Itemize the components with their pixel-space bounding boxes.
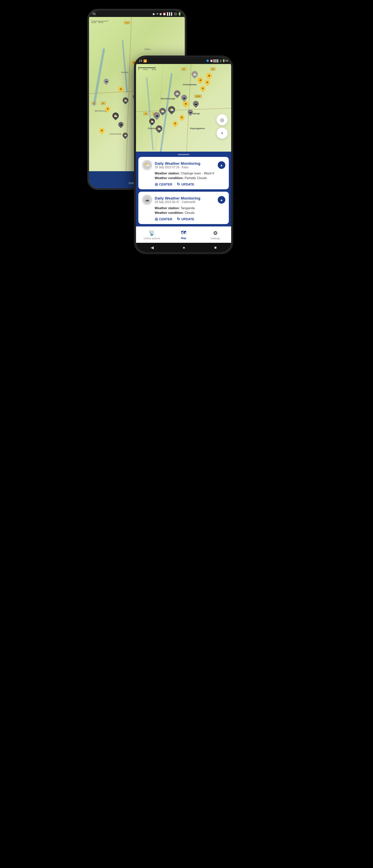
map-bg-front: 025 km50 km A9 A9 A9 N260 A9 [136, 64, 231, 152]
road-badge-a15-back: A15 [124, 21, 130, 24]
map-label-chec-back: Checheche [109, 133, 121, 135]
scale-bar-back: || 25 km50 km [91, 19, 108, 23]
card-1-condition-field: Weather condition: Partially Clouds [155, 176, 225, 180]
pin-g9-front: ☁ [192, 100, 200, 108]
pin-gray-3-back: ⛅ [111, 111, 120, 120]
weather-card-1: ⛅ Daily Weather Monitoring 29 Sep 2023 0… [138, 157, 229, 189]
alarm-icon: ⏰ [210, 59, 213, 62]
card-1-title: Daily Weather Monitoring [155, 161, 215, 166]
map-label-chimaniman: Chimaniman [183, 83, 197, 86]
card-2-station-field: Weather station: Tanganda [155, 206, 225, 210]
bottom-panel: ⛅ Daily Weather Monitoring 29 Sep 2023 0… [136, 152, 231, 226]
map-nav-icon: 🗺 [181, 230, 186, 236]
scale-bar-front: 025 km50 km [138, 67, 157, 70]
map-label-birchenough-front: Birchenough [161, 97, 175, 100]
pin-yellow-4-back: ☀ [98, 127, 105, 134]
card-2-condition-value: Clouds [184, 211, 194, 214]
time-front: 14 [139, 59, 142, 63]
status-bar-back: 51 ▶ ✦ ◉ ⏰ ▌▌▌ ))) 🔋 [89, 10, 185, 17]
center-label-1: CENTER [159, 183, 172, 186]
card-2-icon: ☁ [142, 194, 152, 205]
home-button[interactable]: ● [183, 245, 185, 250]
bottom-nav: 📡 Online actions 🗺 Map ⚙ Settings [136, 226, 231, 243]
android-nav: ◀ ● ■ [136, 243, 231, 252]
pin-y4-front: ☀ [199, 85, 206, 92]
back-button[interactable]: ◀ [150, 245, 154, 250]
pin-g2-front: ⛅ [172, 89, 181, 98]
map-area-front[interactable]: 025 km50 km A9 A9 A9 N260 A9 [136, 64, 231, 152]
status-bar-front: 14 📶 🔷 ⏰ ▌▌▌ )) 🔋56 [136, 58, 231, 64]
road-v-front [186, 64, 192, 152]
card-1-upload-icon[interactable]: ▲ [218, 161, 225, 169]
card-2-station-label: Weather station: [155, 206, 180, 210]
online-actions-nav-icon: 📡 [148, 230, 155, 236]
card-2-station-value: Tanganda [181, 206, 195, 210]
card-2-center-button[interactable]: ◎ CENTER [155, 217, 172, 221]
card-1-station-value: Chipinge town - Ward 6 [181, 172, 214, 175]
pin-y2-front: ☀ [203, 79, 211, 86]
recent-apps-button[interactable]: ■ [214, 245, 216, 250]
card-1-actions: ◎ CENTER ↻ UPDATE [155, 182, 225, 186]
zoom-in-button[interactable]: + [216, 128, 228, 139]
cards-container: ⛅ Daily Weather Monitoring 29 Sep 2023 0… [136, 157, 231, 226]
wifi-icon: 📶 [143, 59, 147, 63]
pin-gray-6-back: ⛅ [122, 131, 129, 139]
update-label-2: UPDATE [181, 217, 194, 221]
pin-y7-front: ☀ [171, 120, 179, 127]
pin-y1-front: ☀ [196, 76, 204, 84]
pin-y6-front: ☀ [178, 114, 185, 121]
road-badge-a9-2-front: A9 [143, 112, 148, 115]
pin-g4-front: ⛅ [167, 104, 177, 115]
card-2-meta: 29 Sep 2023 06:47 · CathrineM [155, 200, 215, 204]
drag-handle[interactable] [178, 154, 190, 155]
status-icons-back: ▶ ✦ ◉ ⏰ ▌▌▌ ))) 🔋 [153, 12, 181, 16]
svg-text:⛅: ⛅ [144, 162, 150, 168]
map-nav-label: Map [181, 237, 186, 240]
signal-bars-icon: ▌▌▌ [214, 59, 219, 62]
card-1-condition-value: Partially Clouds [184, 176, 207, 180]
update-icon-1: ↻ [177, 182, 180, 186]
map-river-2-back [122, 40, 128, 93]
scene: 51 ▶ ✦ ◉ ⏰ ▌▌▌ ))) 🔋 || 25 km50 km [84, 9, 289, 272]
pin-g1-front: ⛅ [190, 69, 199, 79]
pin-g3-front: ☁ [180, 93, 188, 102]
update-label-1: UPDATE [181, 183, 194, 186]
card-1-condition-label: Weather condition: [155, 176, 183, 180]
card-2-title: Daily Weather Monitoring [155, 196, 215, 200]
phone-front: 14 📶 🔷 ⏰ ▌▌▌ )) 🔋56 [134, 56, 233, 254]
status-left: 14 📶 [139, 59, 147, 63]
center-icon-2: ◎ [155, 217, 158, 221]
pin-gray-1-back: ☁ [102, 78, 110, 85]
card-1-center-button[interactable]: ◎ CENTER [155, 182, 172, 186]
card-1-station-field: Weather station: Chipinge town - Ward 6 [155, 172, 225, 175]
nav-item-map[interactable]: 🗺 Map [168, 230, 200, 240]
online-actions-nav-label: Online actions [144, 237, 160, 240]
card-1-update-button[interactable]: ↻ UPDATE [177, 182, 194, 186]
time-back: 51 [93, 12, 96, 16]
road-badge-a9-2-back: A9 [101, 102, 106, 105]
card-2-update-button[interactable]: ↻ UPDATE [177, 217, 194, 221]
card-2-condition-field: Weather condition: Clouds [155, 211, 225, 214]
road-badge-a9-front: A9 [181, 67, 186, 71]
map-label-chim-back: Chim... [144, 48, 152, 51]
nav-item-online-actions[interactable]: 📡 Online actions [136, 230, 168, 240]
card-1-meta: 29 Sep 2023 07:26 · Kasu [155, 166, 215, 169]
card-1-icon: ⛅ [142, 160, 152, 170]
card-1-station-label: Weather station: [155, 172, 180, 175]
center-label-2: CENTER [159, 217, 172, 221]
map-river-back [93, 48, 105, 106]
pin-y3-front: ☀ [205, 71, 213, 80]
locate-button[interactable]: ◎ [216, 114, 228, 125]
svg-text:☁: ☁ [145, 197, 149, 202]
card-1-title-area: Daily Weather Monitoring 29 Sep 2023 07:… [155, 161, 215, 169]
map-label-espungabera-front: Espungabera [190, 127, 205, 130]
card-2-condition-label: Weather condition: [155, 211, 183, 214]
road-badge-a9-4-front: A9 [210, 67, 215, 71]
settings-nav-icon: ⚙ [213, 230, 218, 236]
map-road-v-back [126, 17, 132, 171]
card-2-upload-icon[interactable]: ▲ [218, 196, 225, 204]
nav-item-settings[interactable]: ⚙ Settings [199, 230, 231, 240]
card-2-actions: ◎ CENTER ↻ UPDATE [155, 217, 225, 221]
card-2-title-area: Daily Weather Monitoring 29 Sep 2023 06:… [155, 196, 215, 204]
pin-gray-4-back: ☁ [117, 121, 124, 128]
